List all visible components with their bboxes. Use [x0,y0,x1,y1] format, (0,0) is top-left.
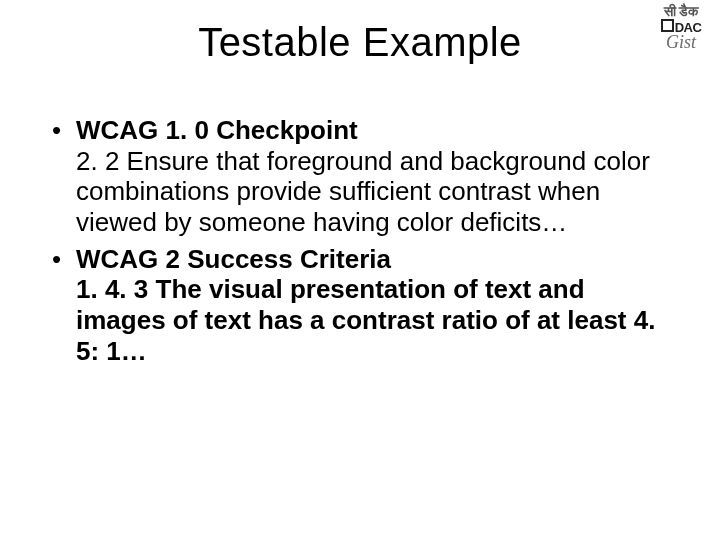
bullet-body: 2. 2 Ensure that foreground and backgrou… [76,146,650,237]
slide: सी डैक DAC Gist Testable Example WCAG 1.… [0,0,720,540]
bullet-item: WCAG 1. 0 Checkpoint 2. 2 Ensure that fo… [48,115,658,238]
bullet-body: 1. 4. 3 The visual presentation of text … [76,274,655,365]
bullet-heading: WCAG 2 Success Criteria [76,244,391,274]
logo-line1: सी डैक [652,4,710,18]
content-area: WCAG 1. 0 Checkpoint 2. 2 Ensure that fo… [48,115,658,372]
bullet-item: WCAG 2 Success Criteria 1. 4. 3 The visu… [48,244,658,367]
bullet-heading: WCAG 1. 0 Checkpoint [76,115,358,145]
slide-title: Testable Example [0,20,720,65]
